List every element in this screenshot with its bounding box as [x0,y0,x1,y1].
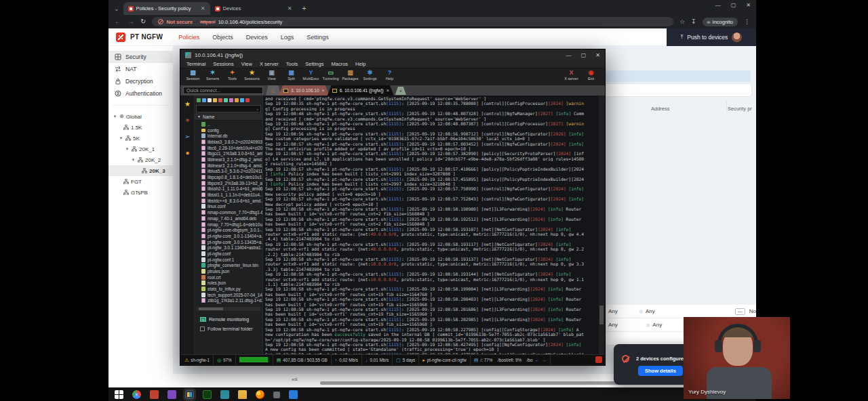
file-row[interactable]: linux.conf [195,204,262,210]
sftp-name-header[interactable]: ▼ Name [195,113,262,121]
file-row[interactable]: nmap-common_7.70+dfsg1-6... [195,209,262,215]
firefox-taskbar-icon[interactable] [256,390,264,399]
menu-item[interactable]: Help [355,61,366,67]
tree-item[interactable]: GTsPB [108,187,173,198]
tree-item[interactable]: ▼ 20K_2 [108,154,173,165]
tree-item[interactable]: 1.5K [108,122,173,133]
file-row[interactable]: tech_support.2025-07-04_14... [195,292,262,298]
bookmark-star-icon[interactable]: ☆ [679,18,685,25]
follow-terminal-folder-option[interactable]: Follow terminal folder [200,326,262,331]
file-row[interactable]: pt-ngfw-core_3.0.1-13435+a... [195,239,262,245]
taskbar-app-red-icon[interactable] [150,390,159,399]
taskbar-app-gray-icon[interactable] [273,392,280,398]
start-button-icon[interactable] [115,390,123,399]
file-row[interactable]: pt-ngfw_3.0.1.13404+astra1.... [195,245,262,251]
new-session-tab-button[interactable]: + [395,87,406,95]
chrome-taskbar-icon[interactable] [132,390,141,399]
sidebar-item-nat[interactable]: NAT [108,63,173,75]
nav-item[interactable]: Logs [281,34,294,41]
sidebar-item-security[interactable]: Security [108,51,173,63]
file-row[interactable]: nmap_7.70+dfsg1-6+deb10u... [195,221,262,228]
terminal-scrollbar[interactable] [599,96,604,354]
favorites-star-icon[interactable]: ★ [184,101,191,108]
file-row[interactable]: libc6_2.28-10+deb10u4+ci20... [195,145,262,151]
terminal-minimize-button[interactable]: — [566,52,572,58]
taskbar-app-purple-icon[interactable] [167,390,176,399]
file-row[interactable]: libssl1.1_1.1.1n-0+deb11u4... [195,192,262,198]
toolbar-button[interactable]: ▥ Packages [340,69,360,81]
file-row[interactable]: zlib1g_1%3a1.2.11.dfsg-1+d... [195,298,262,304]
toolbar-button[interactable]: ▦ Split [281,69,301,81]
chevron-down-icon[interactable]: ▼ [113,114,117,119]
session-tab-close-icon[interactable]: × [387,88,389,93]
push-to-devices-button[interactable]: Push to devices [687,34,728,41]
terminal-log[interactable]: and received [ cmd='ptngfw.core.v3.comma… [263,96,599,354]
file-row[interactable]: libgcc1_1%3a8.3.0-6+b1_am... [195,150,262,156]
file-explorer-icon[interactable] [238,390,247,399]
session-tab-close-icon[interactable]: × [322,88,325,93]
file-row[interactable]: libblas3_3.8.0-2+ci20240903... [195,139,262,145]
back-icon[interactable]: ← [115,18,121,25]
menu-item[interactable]: Macros [331,61,348,67]
show-details-button[interactable]: Show details [638,366,683,376]
file-row[interactable]: pt-ngfw.conf.1 [195,257,262,263]
file-row[interactable]: liblua5.3-0_5.3.6-2+ci202411... [195,169,262,175]
menu-item[interactable]: Tools [286,61,298,67]
menu-item[interactable]: Settings [305,61,323,67]
taskbar-app-green-icon[interactable] [203,390,212,399]
toolbar-button[interactable]: ✦ Tools [222,69,242,81]
filter-card[interactable] [603,83,752,97]
file-row[interactable]: libstdc++6_8.3.0-6+b1_amd... [195,198,262,204]
file-row[interactable]: pt-ngfw.conf [195,251,262,257]
toolbar-button[interactable]: ? Help [380,69,399,81]
toolbar-button[interactable]: ◉ Exit [581,69,601,81]
browser-tab-devices[interactable]: Devices ✕ [210,2,297,15]
sftp-toolbar[interactable] [195,96,262,104]
sidebar-item-authentication[interactable]: Authentication [108,87,173,100]
chevron-down-icon[interactable]: ▼ [131,158,136,162]
download-icon[interactable]: ↧ [691,18,696,25]
menu-item[interactable]: Sessions [213,61,233,67]
taskbar-app-teal-icon[interactable] [220,390,229,399]
minimize-button[interactable]: — [715,2,721,8]
maximize-button[interactable]: ▢ [731,2,736,8]
toolbar-button[interactable]: Y MultiExec [301,69,321,81]
tools-claw-icon[interactable]: ✶ [184,117,190,124]
file-row[interactable]: nmap_7.40-1_amd64.deb [195,215,262,221]
file-row[interactable]: stats_to_influx.py [195,286,262,292]
quick-connect-input[interactable] [183,87,263,94]
file-row[interactable]: ptngfw_converter_linux.bin [195,263,262,269]
collapse-panel-icon[interactable]: «≡ [292,377,298,383]
file-row[interactable]: config [195,127,262,133]
new-tab-button[interactable]: + [302,5,307,12]
toolbar-button[interactable]: ▤ Session [183,69,203,81]
file-row[interactable]: internal.db [195,133,262,139]
toolbar-button[interactable]: X X server [561,69,581,81]
reload-icon[interactable]: ↻ [140,18,146,25]
file-row[interactable]: root.crt [195,274,262,280]
orange-dot-icon[interactable]: ● [185,150,189,156]
file-row[interactable]: libpcap0.8_1.8.1-6+deb10u1... [195,174,262,180]
tab-search-chevron-icon[interactable]: ⌄ [114,5,119,12]
close-button[interactable]: ✕ [746,2,751,8]
file-row[interactable]: .. [195,121,262,127]
file-row[interactable]: liblinear3_2.1.0+dfsg-2_amd... [195,156,262,163]
browser-menu-kebab-icon[interactable]: ⋮ [744,18,750,25]
forward-icon[interactable]: → [127,18,134,25]
tab-close-icon[interactable]: ✕ [201,5,205,12]
sftp-horizontal-scrollbar[interactable] [197,307,260,311]
toolbar-button[interactable]: ▭ Tunneling [321,69,340,81]
browser-tab-policies[interactable]: Policies - Security policy ✕ [123,2,210,15]
menu-item[interactable]: View [241,61,252,67]
nav-item[interactable]: Policies [178,34,199,41]
toolbar-button[interactable]: ★ Sessions [242,69,262,81]
tree-item[interactable]: ▼ 20K_1 [108,144,173,154]
file-row[interactable]: libssh2-1_1.11.0-4+b1_amd6... [195,186,262,192]
menu-item[interactable]: X server [260,61,279,67]
column-header-address[interactable]: Address [651,106,670,112]
sftp-path-dropdown[interactable]: ⌄ [196,105,261,112]
nav-item[interactable]: Objects [212,34,233,41]
chevron-down-icon[interactable]: ▼ [125,147,130,151]
nav-item[interactable]: Settings [307,34,329,41]
address-bar[interactable]: Not secure https:// 10.0.106.40/policies… [152,17,673,26]
